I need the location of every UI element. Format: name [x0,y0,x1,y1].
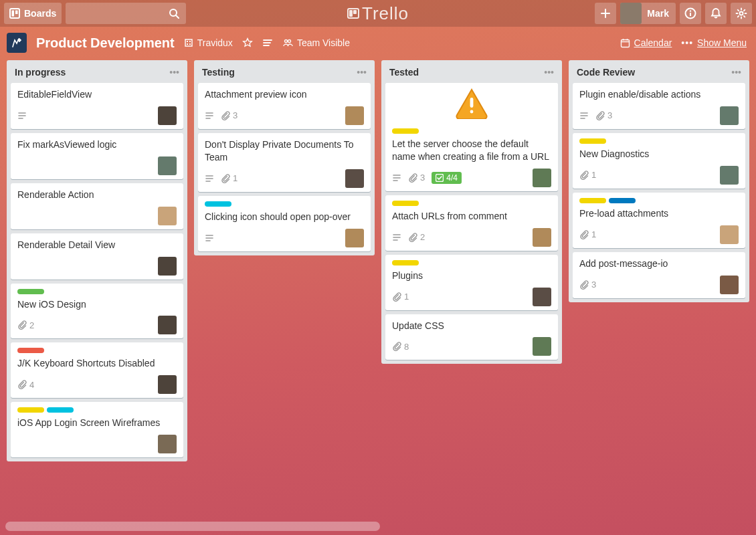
card[interactable]: Attach URLs from comment2 [385,195,558,251]
member-avatar[interactable] [158,257,177,276]
card-title: Update CSS [392,320,551,332]
member-avatar[interactable] [533,228,551,247]
card-attachments-badge: 3 [408,172,425,184]
board-canvas[interactable]: In progress ••• EditableFieldViewFix mar… [0,56,756,535]
notifications-button[interactable] [705,3,727,24]
label-blue[interactable] [609,198,636,203]
card[interactable]: Fix markAsViewed logic [11,133,183,179]
card-meta [205,229,364,247]
settings-button[interactable] [731,3,752,24]
member-avatar[interactable] [345,106,364,125]
card[interactable]: New iOS Design2 [11,284,183,339]
member-avatar[interactable] [533,337,551,356]
card[interactable]: New Diagnostics1 [573,133,745,189]
add-button[interactable] [595,3,616,24]
card-meta: 1 [579,166,739,185]
svg-rect-7 [690,13,691,16]
svg-rect-27 [621,39,629,47]
calendar-label: Calendar [634,37,672,48]
card[interactable]: Clicking icon should open pop-over [198,196,371,251]
label-yellow[interactable] [392,201,419,206]
member-avatar[interactable] [720,166,739,185]
card-description-badge [205,174,214,183]
card-title: Attachment preview icon [205,88,364,101]
logo[interactable]: Trello [347,3,409,24]
label-yellow[interactable] [579,198,606,203]
visibility-button[interactable]: Team Visible [282,37,350,48]
checklist-icon [436,174,444,182]
member-avatar[interactable] [158,316,177,334]
card[interactable]: Let the server choose the default name w… [385,83,558,191]
card-attachments-badge: 3 [221,110,238,122]
card-meta: 3 [579,106,739,125]
member-avatar[interactable] [158,156,177,175]
show-menu-link[interactable]: ••• Show Menu [681,37,747,48]
card[interactable]: iOS App Login Screen Wireframes [11,402,183,457]
card[interactable]: Renderable Action [11,183,183,229]
star-button[interactable] [242,37,253,48]
list-menu-button[interactable]: ••• [357,67,367,78]
label-green[interactable] [17,289,44,294]
star-icon [242,37,253,48]
member-avatar[interactable] [158,207,177,225]
card[interactable]: Don't Display Private Documents To Team1 [198,133,371,192]
card[interactable]: Renderable Detail View [11,233,183,280]
member-avatar[interactable] [345,169,364,188]
horizontal-scrollbar[interactable] [5,522,380,531]
card-title: Let the server choose the default name w… [392,138,551,163]
list-menu-button[interactable]: ••• [544,67,554,78]
building-icon [184,38,193,47]
bell-icon [710,7,722,19]
member-avatar[interactable] [720,225,739,244]
card-title: Renderable Action [17,189,177,201]
description-icon [205,111,214,120]
board-title[interactable]: Product Development [36,35,175,51]
list-menu-button[interactable]: ••• [731,67,741,78]
card-description-badge [205,111,214,120]
list-title[interactable]: Code Review [577,67,635,78]
team-link[interactable]: Travidux [184,37,233,48]
member-avatar[interactable] [158,375,177,394]
card-labels [579,138,739,144]
label-yellow[interactable] [579,138,606,144]
member-avatar[interactable] [345,229,364,247]
card-title: Pre-load attachments [579,207,739,220]
card-title: New Diagnostics [579,148,739,160]
member-avatar[interactable] [720,106,739,125]
label-yellow[interactable] [392,128,419,134]
warning-icon [454,87,489,119]
plus-icon [600,8,611,19]
card[interactable]: J/K Keyboard Shortcuts Disabled4 [11,342,183,398]
card[interactable]: Add post-message-io3 [573,252,745,298]
member-avatar[interactable] [720,276,739,294]
member-avatar[interactable] [533,288,551,306]
search-input[interactable] [66,3,186,24]
member-avatar[interactable] [533,169,551,187]
user-menu[interactable]: Mark [620,3,676,24]
list-menu-button[interactable]: ••• [169,67,179,78]
info-button[interactable] [680,3,701,24]
card[interactable]: Attachment preview icon3 [198,83,371,129]
card[interactable]: Plugin enable/disable actions3 [573,83,745,129]
card[interactable]: Plugins1 [385,255,558,310]
list-title[interactable]: Testing [202,67,235,78]
label-cyan[interactable] [47,407,74,413]
label-cyan[interactable] [205,201,231,207]
boards-button[interactable]: Boards [4,3,62,24]
svg-line-4 [176,15,179,18]
label-orange[interactable] [17,348,44,353]
card[interactable]: Pre-load attachments1 [573,193,745,248]
description-icon [17,111,27,120]
list-title[interactable]: Tested [389,67,419,78]
card[interactable]: EditableFieldView [11,83,183,129]
member-avatar[interactable] [158,106,177,125]
member-avatar[interactable] [158,435,177,453]
card[interactable]: Update CSS8 [385,314,558,360]
label-yellow[interactable] [392,260,419,265]
label-yellow[interactable] [17,407,44,413]
board-menu-icon-button[interactable] [262,37,273,48]
lines-icon [262,37,273,48]
calendar-link[interactable]: Calendar [620,37,672,48]
description-icon [392,233,401,242]
list-title[interactable]: In progress [15,67,66,78]
